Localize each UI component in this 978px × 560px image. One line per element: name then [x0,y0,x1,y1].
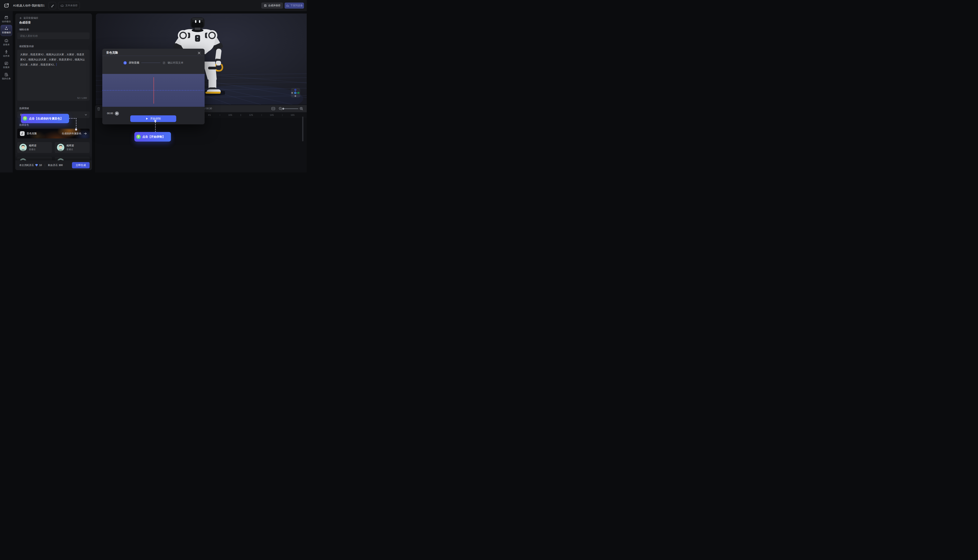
recording-time: 00:00 [107,112,113,115]
file-status-label: 文件未保存 [65,4,78,7]
timeline-zoom-slider[interactable] [283,108,298,109]
file-status-button[interactable]: 文件未保存 [58,2,80,9]
axis-gizmo[interactable]: Z Y X [291,88,300,98]
svg-text:Z: Z [295,89,296,90]
timeline-track-area[interactable] [95,118,307,172]
text-cursor [56,63,57,66]
waveform-playhead[interactable] [154,77,154,103]
emotion-field-label: 选择情绪 [19,107,29,110]
person-icon [4,50,8,54]
nav-sidebar: 动作模仿 音频编排 表情库 动作库 [0,11,13,172]
guide-2-text: 点击【开始录制】 [142,135,165,138]
play-icon [146,117,148,120]
ruler-tick-label: 10S [228,114,232,116]
sidebar-item-audio-arrange[interactable]: 音频编排 [0,27,13,34]
step-1-label: 录制音频 [129,61,139,65]
logo-star [7,3,9,5]
sidebar-item-expression-library[interactable]: 表情库 [0,38,13,46]
guide-tooltip-2[interactable]: 2 点击【开始录制】 [134,132,171,142]
voice-card[interactable]: 稚晖君 普通话 [17,142,52,153]
top-header: A1机器人动作-我的项目1 文件未保存 合成并保存 [0,0,307,11]
modal-title: 音色克隆 [106,51,118,55]
voice-content-textarea[interactable]: 大家好，我是灵犀X2，很高兴认识大家，大家好，我是灵犀X2，很高兴认识大家，大家… [17,50,90,101]
modal-close-button[interactable] [196,50,202,56]
guide-tooltip-1[interactable]: 1 点击【生成你的专属音色】 [21,114,69,123]
sidebar-item-my-tasks[interactable]: 我的任务 [0,73,13,80]
voice-name: 稚晖君 [29,144,37,147]
arrow-right-icon [83,132,87,135]
zoom-out-icon[interactable] [279,107,282,111]
voice-card[interactable]: 稚晖君 普通话 [55,142,90,153]
timeline-scrollbar[interactable] [302,117,304,142]
music-file-icon [20,131,25,136]
sidebar-item-motion-library[interactable]: 动作库 [0,50,13,57]
back-to-audio-arrange[interactable]: 返回音频编排 [19,17,38,20]
voice-clone-entry-card[interactable]: 音色克隆 生成你的专属音色 [17,129,90,138]
ruler-tick-minor [240,114,241,116]
chevron-down-icon [85,113,87,116]
trash-icon[interactable] [97,107,101,111]
sidebar-label: 音频编排 [0,31,13,34]
preview-play-button[interactable] [115,112,119,115]
step-2-label: 确认对应文本 [168,61,184,65]
voice-content-text: 大家好，我是灵犀X2，很高兴认识大家，大家好，我是灵犀X2，很高兴认识大家，大家… [20,53,85,66]
slider-handle[interactable] [282,108,284,110]
back-arrow-icon [19,17,22,20]
material-name-input[interactable] [17,32,90,39]
modal-footer: 00:00 开始录制 [102,107,205,124]
balance-value: 300 [59,164,63,167]
play-icon [116,113,118,114]
voice-avatar [19,144,27,151]
modal-steps: 1 录制音频 2 确认对应文本 [102,60,205,65]
sidebar-item-motion-mimic[interactable]: 动作模仿 [0,15,13,23]
pencil-icon [51,4,54,7]
step-1-badge: 1 [124,61,127,65]
task-list-clock-icon [4,73,8,77]
voice-avatar [57,144,64,151]
recording-waveform-area [102,74,205,107]
ruler-tick-label: 12S [249,114,253,116]
guide-2-badge: 2 [136,135,141,139]
svg-text:Y: Y [295,92,296,94]
clone-card-action: 生成你的专属音色 [62,129,81,138]
zoom-in-icon[interactable] [299,107,304,111]
save-button[interactable]: 合成并保存 [261,3,283,8]
guide-2-connector [155,122,156,132]
app-window: A1机器人动作-我的项目1 文件未保存 合成并保存 [0,0,307,172]
gizmo-neg-axis [292,92,293,94]
generate-now-button[interactable]: 立即生成 [72,162,90,168]
voice-name: 稚晖君 [67,144,74,147]
sidebar-item-audio-library[interactable]: 音频库 [0,61,13,69]
sidebar-label: 表情库 [0,43,13,46]
name-field-label: 编辑名称 [19,28,29,31]
cost-value: 10 [39,164,42,167]
save-icon [264,4,267,7]
sidebar-label: 动作模仿 [0,20,13,23]
footer-divider [45,164,45,167]
svg-text:X: X [298,92,299,94]
robot-face-icon [4,38,8,43]
fit-width-icon[interactable] [271,107,275,110]
ruler-tick-label: 8S [208,114,211,116]
back-label: 返回音频编排 [23,17,38,20]
guide-1-connector [69,118,76,119]
panel-title: 合成语音 [19,21,31,25]
deploy-to-device-button[interactable]: 下发到设备 [285,3,304,8]
robot-download-icon [286,4,289,7]
clone-card-title: 音色克隆 [27,129,37,138]
content-field-label: 描述配音内容 [19,45,34,48]
start-record-button[interactable]: 开始录制 [130,115,176,122]
voice-dialect: 普通话 [29,148,35,151]
synthesize-voice-panel: 返回音频编排 合成语音 编辑名称 描述配音内容 大家好，我是灵犀X2，很高兴认识… [15,13,92,170]
sidebar-label: 我的任务 [0,77,13,80]
rename-project-button[interactable] [48,2,56,9]
project-title: A1机器人动作-我的项目1 [13,0,45,11]
gizmo-neg-axis [295,95,296,97]
step-2-badge: 2 [162,61,166,65]
clapperboard-icon [4,15,8,20]
sparkles-icon [4,27,8,30]
deploy-button-label: 下发到设备 [290,4,303,7]
guide-1-anchor-dot [75,128,77,131]
voice-dialect: 普通话 [67,148,73,151]
cloud-icon [60,4,64,7]
